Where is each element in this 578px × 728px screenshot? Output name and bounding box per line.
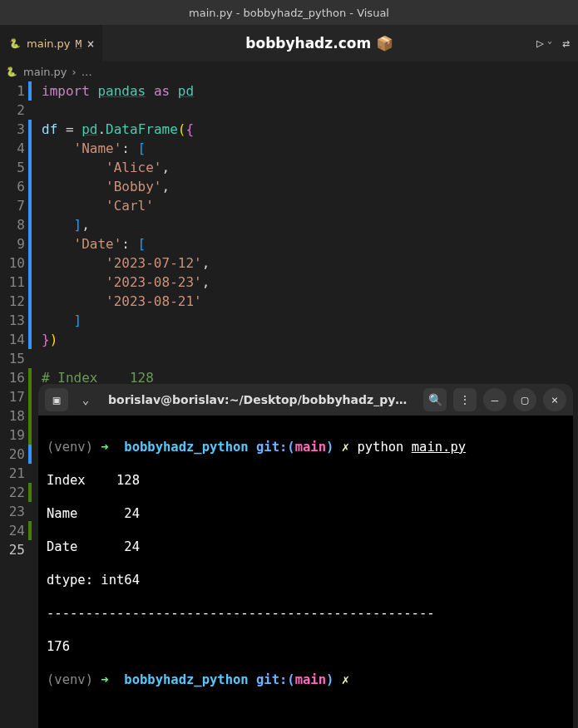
chevron-right-icon: › [72,66,77,78]
close-icon[interactable]: × [86,37,94,52]
run-icon[interactable]: ▷ [536,36,544,51]
tab-name: main.py [27,37,71,50]
tab-main-py[interactable]: 🐍 main.py M × [0,25,102,61]
close-icon[interactable]: × [543,388,566,411]
python-icon: 🐍 [8,37,22,51]
terminal-title: borislav@borislav:~/Desktop/bobbyhadz_py… [103,393,417,406]
line-numbers: 1234567891011121314151617181920212223242… [0,81,27,559]
tab-bar: 🐍 main.py M × bobbyhadz.com 📦 ▷ ⌄ ⇄ [0,25,578,61]
search-icon[interactable]: 🔍 [423,388,447,411]
tab-modified-indicator: M [76,37,82,50]
window-titlebar: main.py - bobbyhadz_python - Visual [0,0,578,25]
breadcrumb-ellipsis: … [82,66,92,78]
minimize-icon[interactable]: – [483,388,506,411]
maximize-icon[interactable]: ▢ [513,388,536,411]
new-tab-icon[interactable]: ▣ [45,388,68,411]
center-label: bobbyhadz.com 📦 [102,35,536,52]
breadcrumb[interactable]: 🐍 main.py › … [0,61,578,81]
window-title: main.py - bobbyhadz_python - Visual [189,7,389,19]
compare-icon[interactable]: ⇄ [562,36,570,51]
run-dropdown-icon[interactable]: ⌄ [547,36,552,51]
python-icon: 🐍 [5,65,18,78]
menu-icon[interactable]: ⋮ [453,388,477,411]
terminal-window: ▣ ⌄ borislav@borislav:~/Desktop/bobbyhad… [38,384,573,728]
terminal-titlebar[interactable]: ▣ ⌄ borislav@borislav:~/Desktop/bobbyhad… [38,384,573,416]
terminal-body[interactable]: (venv) ➜ bobbyhadz_python git:(main) ✗ p… [38,416,573,728]
dropdown-icon[interactable]: ⌄ [75,389,96,411]
breadcrumb-file: main.py [23,66,67,78]
